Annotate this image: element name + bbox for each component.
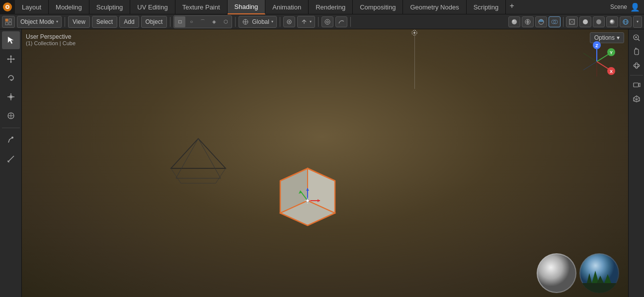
tab-scripting[interactable]: Scripting xyxy=(467,0,506,14)
view-menu[interactable]: View xyxy=(68,16,90,28)
tab-shading[interactable]: Shading xyxy=(228,0,266,14)
select-extra-tool[interactable]: ⬡ xyxy=(220,16,231,27)
svg-point-16 xyxy=(512,20,514,21)
tab-geometry-nodes[interactable]: Geometry Nodes xyxy=(403,0,466,14)
svg-rect-5 xyxy=(5,22,8,25)
isometric-view-button[interactable] xyxy=(630,92,643,105)
svg-point-2 xyxy=(6,6,8,8)
viewport-3d[interactable]: User Perspective (1) Collection | Cube O… xyxy=(0,29,644,297)
camera-object xyxy=(166,129,231,188)
object-menu[interactable]: Object xyxy=(141,16,167,28)
svg-point-24 xyxy=(583,19,588,24)
transform-tool[interactable] xyxy=(2,107,20,125)
add-workspace-button[interactable]: + xyxy=(506,0,518,12)
pan-viewport-button[interactable] xyxy=(630,45,643,58)
select-menu[interactable]: Select xyxy=(92,16,117,28)
snap-dropdown-arrow: ▾ xyxy=(310,19,312,24)
orbit-viewport-button[interactable] xyxy=(630,59,643,72)
toolbar-row: Object Mode ▾ View Select Add Object □ ○… xyxy=(0,14,644,29)
curve-icon[interactable] xyxy=(335,16,347,27)
rotate-tool[interactable] xyxy=(2,69,20,87)
workspace-tabs: Layout Modeling Sculpting UV Editing Tex… xyxy=(15,0,518,14)
svg-line-68 xyxy=(198,139,226,168)
svg-marker-34 xyxy=(10,55,12,57)
svg-text:Y: Y xyxy=(610,50,613,55)
wireframe-mode[interactable] xyxy=(566,16,578,27)
tab-sculpting[interactable]: Sculpting xyxy=(89,0,130,14)
transform-orientation[interactable]: Global ▾ xyxy=(239,16,277,28)
right-tool-panel xyxy=(628,29,644,297)
svg-point-14 xyxy=(326,21,328,23)
camera-view-button[interactable] xyxy=(630,78,643,91)
svg-marker-93 xyxy=(639,83,640,87)
mode-icon[interactable] xyxy=(2,16,15,28)
svg-rect-92 xyxy=(634,83,639,87)
separator-3 xyxy=(235,17,236,27)
material-preview-sphere xyxy=(537,253,576,293)
svg-text:X: X xyxy=(610,69,613,74)
measure-tool[interactable] xyxy=(2,150,20,168)
svg-rect-4 xyxy=(9,19,11,21)
tab-modeling[interactable]: Modeling xyxy=(49,0,89,14)
tab-layout[interactable]: Layout xyxy=(15,0,49,14)
solid-mode[interactable] xyxy=(579,16,591,27)
tab-animation[interactable]: Animation xyxy=(265,0,309,14)
snap-dropdown[interactable]: ▾ xyxy=(297,16,315,28)
mode-dropdown-arrow: ▾ xyxy=(56,19,58,24)
separator-1 xyxy=(65,17,65,27)
svg-marker-63 xyxy=(171,139,226,168)
svg-rect-89 xyxy=(635,49,639,55)
navigation-gizmo[interactable]: Z Y X xyxy=(574,39,619,84)
viewport-env-icon[interactable] xyxy=(620,16,632,27)
svg-line-59 xyxy=(583,53,597,62)
top-menu-bar: Layout Modeling Sculpting UV Editing Tex… xyxy=(0,0,644,14)
tab-rendering[interactable]: Rendering xyxy=(309,0,353,14)
select-box-tool[interactable]: □ xyxy=(174,16,185,27)
viewport-shading-eevee[interactable] xyxy=(522,16,534,27)
svg-marker-36 xyxy=(7,58,8,60)
viewport-extras[interactable]: ▾ xyxy=(633,16,642,28)
material-preview-mode[interactable] xyxy=(593,16,605,27)
top-icon-account[interactable]: 👤 xyxy=(630,2,640,12)
svg-point-27 xyxy=(610,19,615,24)
app-logo xyxy=(0,0,15,14)
move-tool[interactable] xyxy=(2,50,20,68)
cursor-tool[interactable] xyxy=(2,31,20,49)
svg-line-58 xyxy=(583,62,597,70)
proportional-edit-icon[interactable] xyxy=(322,16,333,27)
svg-line-70 xyxy=(216,168,226,183)
svg-line-67 xyxy=(171,139,198,168)
tab-compositing[interactable]: Compositing xyxy=(353,0,403,14)
add-menu[interactable]: Add xyxy=(119,16,139,28)
svg-marker-31 xyxy=(8,37,13,44)
svg-line-46 xyxy=(8,156,14,162)
viewport-overlay-icon[interactable] xyxy=(535,16,547,27)
svg-point-91 xyxy=(635,63,638,69)
svg-rect-104 xyxy=(579,283,619,293)
viewport-shading-rendered[interactable] xyxy=(508,16,520,27)
svg-point-11 xyxy=(288,21,290,22)
rendered-mode[interactable] xyxy=(606,16,618,27)
zoom-viewport-button[interactable] xyxy=(630,31,643,44)
main-area: User Perspective (1) Collection | Cube O… xyxy=(0,29,644,297)
annotate-tool[interactable] xyxy=(2,131,20,149)
scale-tool[interactable] xyxy=(2,88,20,106)
svg-point-13 xyxy=(325,19,330,24)
select-circle-tool[interactable]: ○ xyxy=(186,16,197,27)
viewport-collection-label: (1) Collection | Cube xyxy=(26,40,76,46)
svg-marker-35 xyxy=(10,62,12,63)
separator-2 xyxy=(170,17,170,27)
snap-icon[interactable] xyxy=(283,16,295,27)
mode-dropdown[interactable]: Object Mode ▾ xyxy=(17,16,62,28)
scene-name[interactable]: Scene xyxy=(610,3,627,10)
select-lasso-tool[interactable]: ⌒ xyxy=(197,16,208,27)
tab-uv-editing[interactable]: UV Editing xyxy=(130,0,175,14)
svg-marker-37 xyxy=(13,58,15,60)
cube-object xyxy=(270,163,345,240)
select-magic-tool[interactable]: ◈ xyxy=(209,16,220,27)
tab-texture-paint[interactable]: Texture Paint xyxy=(175,0,228,14)
viewport-xray-icon[interactable] xyxy=(549,16,561,27)
svg-point-98 xyxy=(538,254,575,292)
svg-point-90 xyxy=(634,64,640,67)
bottom-thumbnails xyxy=(537,253,619,293)
